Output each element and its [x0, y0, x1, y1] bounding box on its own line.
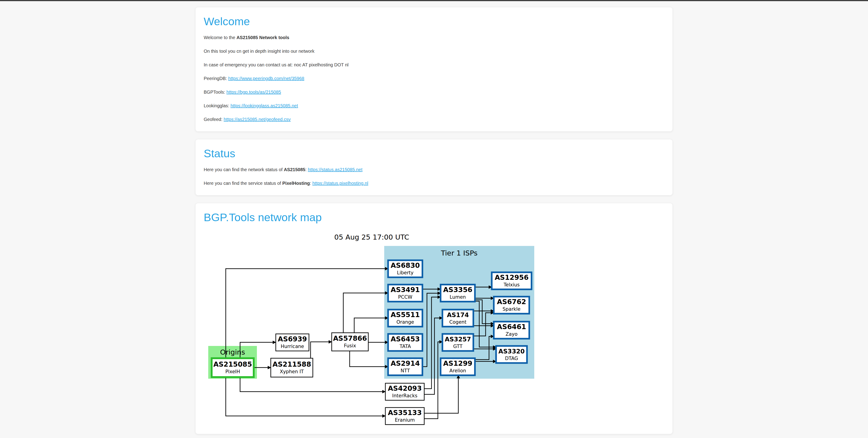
node-name-AS3257: GTT [453, 343, 463, 349]
node-asn-AS6461: AS6461 [497, 322, 526, 331]
node-AS3356: AS3356Lumen [441, 285, 475, 302]
lookingglass-line: Lookingglas: https://lookingglass.as2150… [204, 102, 664, 109]
node-name-AS5511: Orange [397, 319, 414, 324]
edge-AS215085-AS35133 [226, 377, 385, 416]
node-asn-AS35133: AS35133 [388, 408, 422, 416]
geofeed-label: Geofeed: [204, 117, 224, 122]
node-AS215085: AS215085PixelH [212, 358, 254, 377]
edge-AS57866-AS5511 [354, 318, 388, 333]
node-name-AS3320: DTAG [505, 355, 518, 361]
welcome-title: Welcome [204, 15, 664, 28]
node-asn-AS3320: AS3320 [498, 347, 525, 354]
welcome-insight-line: On this tool you cn get in depth insight… [204, 48, 664, 55]
edge-AS57866-AS3491 [343, 293, 388, 333]
node-name-AS6453: TATA [399, 343, 411, 349]
node-asn-AS6830: AS6830 [391, 261, 420, 269]
edge-AS57866-AS2914 [350, 351, 388, 367]
bgptools-link[interactable]: https://bgp.tools/as/215085 [226, 90, 281, 95]
bgptools-line: BGPTools: https://bgp.tools/as/215085 [204, 89, 664, 95]
service-status-text: Here you can find the service status of [204, 181, 282, 186]
welcome-card: Welcome Welcome to the AS215085 Network … [195, 7, 673, 132]
network-map-card: BGP.Tools network map AS215085PixelHAS21… [195, 203, 673, 434]
welcome-emergency-line: In case of emergency you can contact us … [204, 61, 664, 68]
network-status-bold: AS215085 [284, 167, 305, 172]
node-asn-AS211588: AS211588 [272, 360, 311, 368]
node-asn-AS174: AS174 [447, 311, 469, 318]
node-name-AS57866: Fusix [344, 343, 356, 348]
node-AS42093: AS42093InterRacks [385, 383, 424, 400]
node-AS35133: AS35133Eranium [385, 408, 424, 425]
edge-AS215085-AS42093 [240, 377, 385, 392]
lookingglass-label: Lookingglas: [204, 103, 230, 108]
node-asn-AS3491: AS3491 [391, 285, 420, 293]
node-AS3257: AS3257GTT [442, 334, 473, 351]
peeringdb-label: PeeringDB: [204, 76, 228, 81]
node-asn-AS3257: AS3257 [445, 336, 471, 343]
node-AS57866: AS57866Fusix [332, 333, 368, 351]
node-AS174: AS174Cogent [442, 310, 473, 326]
edge-AS211588-AS57866 [311, 342, 332, 358]
node-name-AS3491: PCCW [398, 294, 412, 300]
node-AS3320: AS3320DTAG [496, 346, 527, 363]
node-name-AS6939: Hurricane [281, 343, 304, 349]
node-name-AS12956: Telxius [503, 282, 520, 287]
bgp-network-map: AS215085PixelHAS211588Xyphen ITAS6939Hur… [207, 230, 538, 427]
node-asn-AS1299: AS1299 [443, 359, 472, 367]
welcome-intro-bold: AS215085 Network tools [237, 35, 289, 40]
geofeed-line: Geofeed: https://as215085.net/geofeed.cs… [204, 116, 664, 123]
node-name-AS174: Cogent [449, 319, 466, 324]
network-status-sep: : [305, 167, 308, 172]
network-status-text: Here you can find the network status of [204, 167, 284, 172]
node-AS6453: AS6453TATA [388, 334, 423, 351]
node-name-AS3356: Lumen [450, 294, 466, 300]
service-status-line: Here you can find the service status of … [204, 180, 664, 187]
node-asn-AS2914: AS2914 [391, 359, 420, 367]
node-asn-AS3356: AS3356 [443, 285, 472, 293]
node-AS1299: AS1299Arelion [441, 358, 475, 375]
node-asn-AS5511: AS5511 [391, 311, 420, 318]
group-label-origins: Origins [220, 348, 245, 356]
node-asn-AS6762: AS6762 [497, 298, 526, 306]
group-label-tier1: Tier 1 ISPs [441, 249, 478, 257]
node-AS211588: AS211588Xyphen IT [271, 358, 313, 377]
node-asn-AS57866: AS57866 [333, 334, 367, 342]
node-AS6762: AS6762Sparkle [494, 296, 529, 314]
node-asn-AS6453: AS6453 [391, 335, 420, 343]
peeringdb-link[interactable]: https://www.peeringdb.com/net/35968 [228, 76, 304, 81]
node-AS12956: AS12956Telxius [492, 272, 531, 289]
node-name-AS1299: Arelion [450, 368, 466, 373]
node-asn-AS42093: AS42093 [388, 384, 422, 392]
network-status-line: Here you can find the network status of … [204, 166, 664, 173]
network-status-link[interactable]: https://status.as215085.net [308, 167, 362, 172]
network-map-title: BGP.Tools network map [204, 211, 664, 224]
node-asn-AS6939: AS6939 [278, 335, 307, 343]
status-title: Status [204, 148, 664, 160]
service-status-sep: : [310, 181, 312, 186]
node-name-AS6830: Liberty [397, 270, 413, 275]
node-name-AS6762: Sparkle [502, 306, 520, 312]
node-AS2914: AS2914NTT [388, 358, 423, 375]
node-name-AS211588: Xyphen IT [280, 369, 304, 374]
status-card: Status Here you can find the network sta… [195, 139, 673, 195]
node-asn-AS215085: AS215085 [213, 360, 252, 368]
map-timestamp: 05 Aug 25 17:00 UTC [334, 233, 409, 241]
welcome-intro: Welcome to the AS215085 Network tools [204, 34, 664, 41]
node-AS6461: AS6461Zayo [494, 322, 529, 339]
welcome-intro-text: Welcome to the [204, 35, 237, 40]
node-AS5511: AS5511Orange [388, 310, 423, 326]
node-AS6939: AS6939Hurricane [276, 334, 309, 351]
node-name-AS6461: Zayo [506, 331, 518, 337]
node-name-AS215085: PixelH [225, 369, 240, 374]
node-name-AS2914: NTT [401, 368, 410, 373]
bgptools-label: BGPTools: [204, 90, 226, 95]
node-asn-AS12956: AS12956 [495, 273, 529, 281]
peeringdb-line: PeeringDB: https://www.peeringdb.com/net… [204, 75, 664, 82]
page-content: Welcome Welcome to the AS215085 Network … [195, 7, 673, 434]
lookingglass-link[interactable]: https://lookingglass.as215085.net [230, 103, 298, 108]
node-AS6830: AS6830Liberty [388, 260, 423, 277]
geofeed-link[interactable]: https://as215085.net/geofeed.csv [224, 117, 291, 122]
node-name-AS35133: Eranium [395, 417, 415, 423]
node-AS3491: AS3491PCCW [388, 285, 423, 302]
service-status-bold: PixelHosting [282, 181, 310, 186]
service-status-link[interactable]: https://status.pixelhosting.nl [312, 181, 368, 186]
